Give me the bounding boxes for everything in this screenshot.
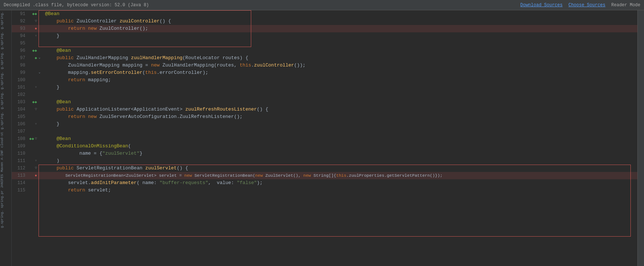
code-content-99: mapping.setErrorController(this.errorCon… (44, 69, 637, 76)
code-content-109: @ConditionalOnMissingBean( (44, 143, 637, 150)
code-line-113: 113 ● ServletRegistrationBean<ZuulServle… (12, 172, 637, 179)
line-num-109: 109 (12, 143, 28, 150)
gutter-94: ▿ (28, 32, 39, 40)
line-num-91: 91 (12, 10, 28, 18)
code-content-98: ZuulHandlerMapping mapping = new ZuulHan… (44, 62, 637, 69)
code-content-101: } (44, 84, 637, 91)
fold-arrow-97[interactable]: ⌄ (39, 56, 40, 60)
gutter-fold-104: ▽ (35, 106, 37, 113)
gutter-91: ◆◆ (28, 10, 39, 18)
fold-arrow-99[interactable]: ⌄ (39, 71, 40, 74)
code-content-106: } (44, 121, 637, 128)
gutter-fold-106: ▿ (35, 121, 37, 128)
line-num-102: 102 (12, 91, 28, 98)
gutter-106: ▿ (28, 121, 39, 128)
code-content-108: @Bean (44, 135, 637, 143)
line-num-112: 112 (12, 165, 28, 172)
gutter-111: ▿ (28, 157, 39, 165)
code-line-98: 98 ZuulHandlerMapping mapping = new Zuul… (12, 62, 637, 69)
code-line-100: 100 return mapping; (12, 76, 637, 84)
gutter-icon-103: ◆◆ (32, 98, 37, 106)
code-content-105: return new ZuulServerAutoConfiguration.Z… (44, 113, 637, 121)
code-line-103: 103 ◆◆ @Bean (12, 98, 637, 106)
gutter-fold-101: ▿ (35, 84, 37, 91)
sidebar-item: spring.pr (0, 189, 11, 209)
sidebar-items: g.spring.g.spring.g.spring.g.spring.g.sp… (0, 10, 11, 266)
code-content-94: } (44, 32, 637, 40)
line-num-108: 108 (12, 135, 28, 143)
minimap-bg (639, 10, 644, 266)
code-line-110: 110 name = {"zuulServlet"} (12, 150, 637, 157)
main-layout: g.spring.g.spring.g.spring.g.spring.g.sp… (0, 10, 644, 266)
line-num-113: 113 (12, 172, 28, 179)
code-line-97: 97 ◆ ⌄ public ZuulHandlerMapping zuulHan… (12, 54, 637, 62)
line-num-110: 110 (12, 150, 28, 157)
gutter-97: ◆ (28, 54, 39, 62)
gutter-92: ▽ (28, 18, 39, 25)
gutter-fold-111: ▿ (35, 157, 37, 165)
reader-mode-text[interactable]: Reader Mode (611, 3, 640, 8)
code-line-93: 93 ● return new ZuulController(); (12, 25, 637, 32)
gutter-93: ● (28, 25, 39, 32)
line-num-115: 115 (12, 187, 28, 194)
code-content-100: return mapping; (44, 76, 637, 84)
fold-col-99: ⌄ (39, 69, 44, 75)
sidebar-item: cloud-st (0, 131, 11, 149)
code-line-107: 107 (12, 128, 637, 135)
sidebar-item: A-INF (0, 149, 11, 161)
line-num-95: 95 (12, 40, 28, 47)
code-line-114: 114 servlet.addInitParameter( name: "buf… (12, 179, 637, 187)
line-num-104: 104 (12, 106, 28, 113)
code-content-114: servlet.addInitParameter( name: "buffer-… (44, 179, 637, 187)
gutter-breakpoint-113: ● (34, 172, 37, 179)
top-bar: Decompiled .class file, bytecode version… (0, 0, 644, 10)
fold-col-97: ⌄ (39, 54, 44, 60)
gutter-104: ▽ (28, 106, 39, 113)
sidebar-item: Maven (0, 161, 11, 173)
line-num-96: 96 (12, 47, 28, 54)
choose-sources-link[interactable]: Choose Sources (568, 3, 605, 8)
left-sidebar: g.spring.g.spring.g.spring.g.spring.g.sp… (0, 10, 12, 266)
line-num-93: 93 (12, 25, 28, 32)
line-num-94: 94 (12, 32, 28, 40)
code-line-105: 105 return new ZuulServerAutoConfigurati… (12, 113, 637, 121)
code-content-113: ServletRegistrationBean<ZuulServlet> ser… (44, 172, 637, 179)
top-bar-title: Decompiled .class file, bytecode version… (4, 3, 149, 8)
download-sources-link[interactable]: Download Sources (520, 3, 563, 8)
gutter-fold-94: ▿ (35, 32, 37, 40)
code-line-112: 112 ▽ public ServletRegistrationBean zuu… (12, 165, 637, 172)
line-num-114: 114 (12, 179, 28, 187)
sidebar-item: g.spring. (0, 90, 11, 111)
gutter-fold-92: ▽ (35, 18, 37, 25)
code-wrapper: 91 ◆◆ @Bean 92 ▽ public ZuulController z… (12, 10, 637, 194)
right-panel (637, 10, 644, 266)
code-line-101: 101 ▿ } (12, 84, 637, 91)
gutter-103: ◆◆ (28, 98, 39, 106)
code-content-107 (44, 128, 637, 135)
gutter-112: ▽ (28, 165, 39, 172)
sidebar-item: g.spring. (0, 30, 11, 51)
code-content-93: return new ZuulController(); (44, 25, 637, 32)
code-line-102: 102 (12, 91, 637, 98)
code-line-108: 108 ◆◆ ▽ @Bean (12, 135, 637, 143)
line-num-101: 101 (12, 84, 28, 91)
gutter-breakpoint-93: ● (34, 25, 37, 32)
code-area[interactable]: 91 ◆◆ @Bean 92 ▽ public ZuulController z… (12, 10, 637, 266)
code-line-109: 109 @ConditionalOnMissingBean( (12, 143, 637, 150)
line-num-97: 97 (12, 54, 28, 62)
code-content-91: @Bean (44, 10, 637, 18)
code-line-95: 95 (12, 40, 637, 47)
sidebar-item: g.spring. (0, 10, 11, 30)
line-num-92: 92 (12, 18, 28, 25)
line-num-99: 99 (12, 69, 28, 76)
gutter-icon-96: ◆◆ (32, 47, 37, 54)
code-line-91: 91 ◆◆ @Bean (12, 10, 637, 18)
top-bar-actions: Download Sources Choose Sources Reader M… (520, 3, 640, 8)
gutter-icon-97: ◆ (34, 54, 37, 62)
code-line-115: 115 return servlet; (12, 187, 637, 194)
gutter-108: ◆◆ ▽ (28, 135, 39, 143)
line-num-103: 103 (12, 98, 28, 106)
gutter-113: ● (28, 172, 39, 179)
code-line-104: 104 ▽ public ApplicationListener<Applica… (12, 106, 637, 113)
gutter-101: ▿ (28, 84, 39, 91)
